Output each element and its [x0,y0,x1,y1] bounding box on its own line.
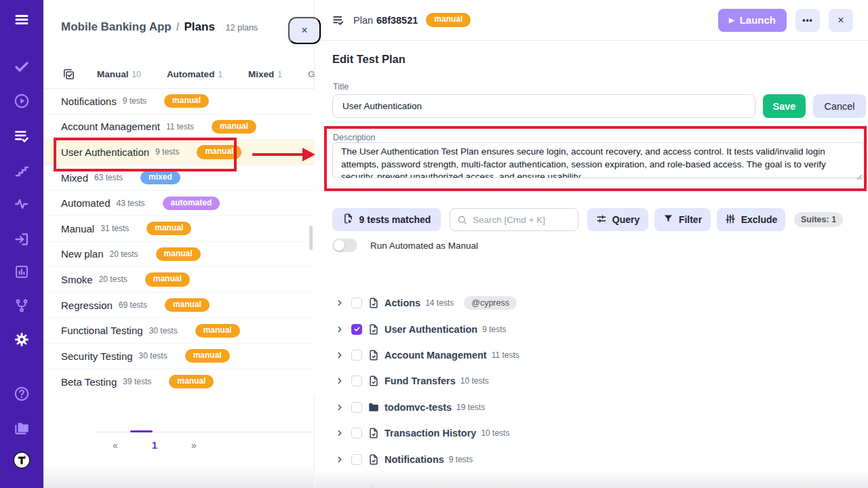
suite-row[interactable]: Notifications 9 tests [332,446,848,472]
login-icon[interactable] [13,230,31,248]
detail-header: Plan 68f38521 manual ▶ Launch ••• × [315,0,868,41]
logo-t[interactable] [13,451,31,469]
tests-matched-button[interactable]: 9 tests matched [332,208,441,231]
breadcrumb-project[interactable]: Mobile Banking App [61,20,172,34]
launch-button[interactable]: ▶ Launch [718,9,787,32]
close-detail-button[interactable]: × [829,9,853,32]
plan-row[interactable]: Mixed 63 tests mixed [43,165,315,191]
cancel-button[interactable]: Cancel [813,94,866,118]
suite-row-selected[interactable]: User Authentication 9 tests [332,316,848,342]
pagination-indicator [130,430,153,432]
plan-row[interactable]: Account Management 11 tests manual [43,115,315,140]
suite-checkbox[interactable] [351,298,362,308]
plan-badge: manual [145,272,190,286]
funnel-icon [663,214,673,226]
query-button[interactable]: Query [587,208,648,231]
chevron-right-icon[interactable] [335,403,344,412]
plans-tabs: Manual 10 Automated 1 Mixed 1 Gener [43,60,315,89]
suites-count-badge: Suites: 1 [794,212,843,227]
plan-row[interactable]: Smoke 20 tests manual [43,267,315,293]
suite-checkbox[interactable] [351,454,362,465]
chevron-right-icon[interactable] [335,298,344,308]
chevron-right-icon[interactable] [335,325,344,334]
check-icon[interactable] [13,58,31,75]
description-textarea[interactable]: The User Authentication Test Plan ensure… [332,142,865,178]
tab-manual[interactable]: Manual 10 [97,69,141,79]
menu-icon[interactable] [13,11,31,28]
file-check-icon [368,297,380,309]
plan-row[interactable]: New plan 20 tests manual [43,242,315,268]
play-icon: ▶ [729,16,734,24]
file-check-icon [368,427,380,439]
chevron-right-icon[interactable] [335,350,344,360]
suite-row[interactable]: Actions 14 tests @cypress [332,290,848,316]
app-window: Mobile Banking App / Plans 12 plans Manu… [0,0,868,488]
exclude-button[interactable]: Exclude [717,208,785,231]
file-check-icon [368,453,380,466]
suite-checkbox[interactable] [351,350,362,361]
help-icon[interactable] [13,385,31,403]
plan-type-badge: manual [426,13,471,26]
pagination-divider [95,432,313,432]
plan-row[interactable]: Security Testing 30 tests manual [43,344,315,369]
suite-checkbox[interactable] [351,375,362,386]
suite-checkbox[interactable] [351,428,362,439]
plan-row-selected[interactable]: User Authentication 9 tests manual [43,140,315,165]
gear-icon[interactable] [13,331,31,348]
save-button[interactable]: Save [763,94,806,118]
plan-row[interactable]: Notifications 9 tests manual [43,89,315,115]
chevron-right-icon[interactable] [335,428,344,438]
toggle-switch[interactable] [332,239,357,252]
title-input[interactable] [332,94,755,118]
plan-badge: manual [146,222,191,235]
plan-row[interactable]: Beta Testing 39 tests manual [43,369,315,395]
plan-row[interactable]: Manual 31 tests manual [43,216,315,242]
suite-row[interactable]: Account Management 11 tests [332,342,848,368]
suite-row-partial[interactable] [332,472,848,488]
suite-row[interactable]: Transaction History 10 tests [332,420,848,446]
steps-icon[interactable] [13,163,31,180]
ellipsis-icon: ••• [802,16,813,25]
file-check-icon [368,349,380,361]
pagination-page-1[interactable]: 1 [141,439,168,451]
description-label: Description [333,133,376,142]
play-circle-icon[interactable] [13,92,31,110]
plans-panel: Mobile Banking App / Plans 12 plans Manu… [43,0,315,488]
pagination-next[interactable]: » [180,440,208,451]
suite-checkbox[interactable] [351,402,362,413]
plan-row[interactable]: Functional Testing 30 tests manual [43,318,315,344]
plan-detail-panel: Plan 68f38521 manual ▶ Launch ••• × Edit… [315,0,868,488]
tab-general[interactable]: Gener [308,69,315,79]
tab-mixed[interactable]: Mixed 1 [248,69,282,79]
tests-toolbar: 9 tests matched Query Filter [332,208,843,231]
chevron-right-icon[interactable] [335,455,344,464]
breadcrumb-section[interactable]: Plans [184,20,215,34]
tag-badge[interactable]: @cypress [464,296,517,310]
plan-row[interactable]: Regression 69 tests manual [43,293,315,319]
chevron-right-icon[interactable] [335,376,344,386]
search-input[interactable] [473,215,571,225]
drawer-close-button[interactable]: × [288,17,321,44]
suite-row[interactable]: todomvc-tests 19 tests [332,394,848,420]
filter-button[interactable]: Filter [654,208,711,231]
fork-icon[interactable] [13,297,31,314]
suite-row[interactable]: Fund Transfers 10 tests [332,368,848,394]
pagination-prev[interactable]: « [102,440,129,451]
folder-icon [368,401,380,413]
more-button[interactable]: ••• [795,9,820,32]
plan-list: Notifications 9 tests manual Account Man… [43,89,315,394]
plan-id: 68f38521 [376,15,418,26]
bar-chart-icon[interactable] [13,263,31,281]
tab-automated[interactable]: Automated 1 [167,69,222,79]
scrollbar-thumb[interactable] [309,226,313,250]
list-check-icon[interactable] [13,127,31,145]
search-box[interactable] [450,208,578,231]
sliders-vertical-icon [725,214,736,226]
folders-icon[interactable] [13,419,31,436]
sliders-icon [596,214,607,226]
select-all-icon[interactable] [62,68,75,81]
title-label: Title [333,82,349,92]
plan-row[interactable]: Automated 43 tests automated [43,190,315,216]
activity-icon[interactable] [13,195,31,213]
suite-checkbox-checked[interactable] [351,324,362,335]
